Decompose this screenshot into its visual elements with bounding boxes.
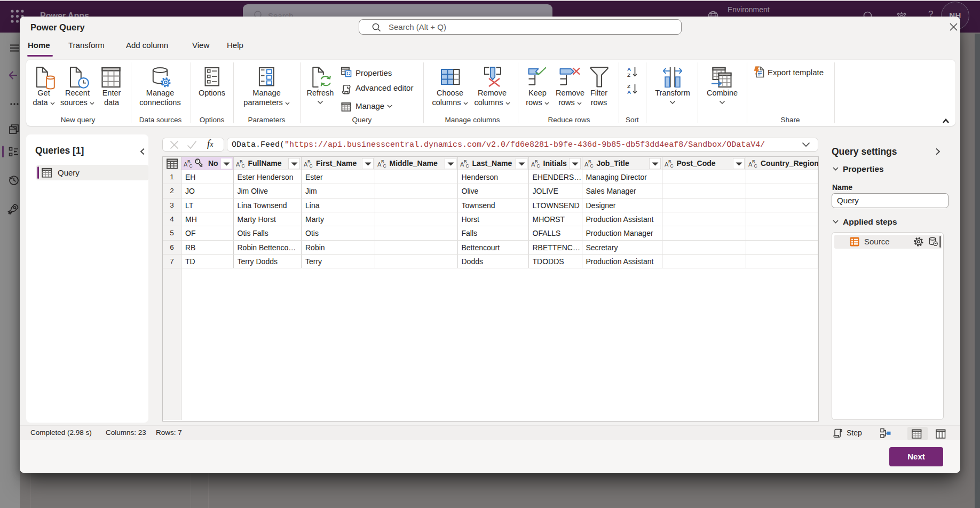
svg-text:C: C [309,163,312,168]
svg-text:C: C [383,163,386,168]
svg-text:C: C [241,163,244,168]
svg-text:C: C [465,163,469,168]
svg-text:C: C [670,163,673,168]
svg-text:Z: Z [627,83,630,89]
svg-text:Z: Z [627,72,630,77]
svg-text:A: A [627,66,631,72]
svg-text:C: C [536,163,540,168]
svg-text:C: C [189,163,192,168]
svg-text:C: C [590,163,593,168]
svg-text:A: A [627,89,631,94]
svg-text:C: C [754,163,757,168]
